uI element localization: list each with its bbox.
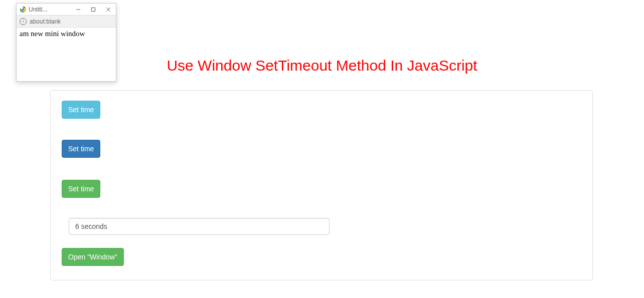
info-icon: i <box>20 18 27 25</box>
close-button[interactable] <box>101 4 116 16</box>
page-title: Use Window SetTimeout Method In JavaScri… <box>0 57 644 74</box>
popup-url: about:blank <box>30 18 61 25</box>
set-time-button-2[interactable]: Set time <box>62 140 100 158</box>
svg-point-2 <box>22 8 25 11</box>
main-panel: Set time Set time Set time Open "Window" <box>50 90 593 280</box>
set-time-button-1[interactable]: Set time <box>62 101 100 119</box>
open-window-button[interactable]: Open "Window" <box>62 248 124 266</box>
popup-address-bar[interactable]: i about:blank <box>17 16 116 28</box>
minimize-button[interactable] <box>71 4 86 16</box>
popup-tab-title: Untitl... <box>29 6 47 13</box>
svg-rect-4 <box>92 8 95 11</box>
popup-content: am new mini window <box>17 28 116 40</box>
set-time-button-3[interactable]: Set time <box>62 180 100 198</box>
maximize-button[interactable] <box>86 4 101 16</box>
seconds-input[interactable] <box>69 218 330 235</box>
chrome-icon <box>20 6 27 13</box>
popup-title-bar: Untitl... <box>17 4 116 16</box>
